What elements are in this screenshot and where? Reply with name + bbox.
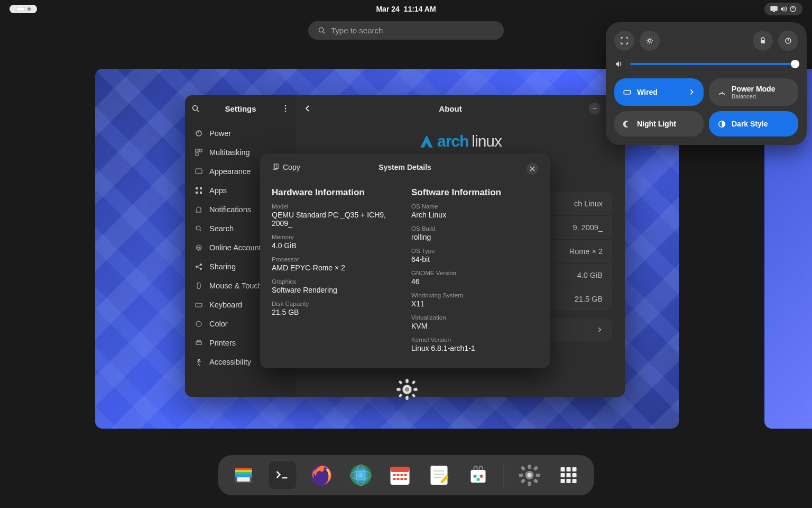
screen-icon bbox=[770, 5, 778, 13]
about-title: About bbox=[318, 104, 583, 113]
tile-label: Power Mode bbox=[732, 85, 775, 93]
power-mode-toggle[interactable]: Power ModeBalanced bbox=[709, 78, 798, 106]
dark-style-toggle[interactable]: Dark Style bbox=[709, 111, 798, 137]
system-details-dialog: Copy System Details Hardware Information… bbox=[260, 153, 550, 368]
arch-text-2: linux bbox=[472, 132, 502, 150]
svg-rect-75 bbox=[528, 465, 531, 469]
sidebar-item-label: Color bbox=[209, 320, 228, 328]
quick-settings-panel: Wired Power ModeBalanced Night Light Dar… bbox=[606, 22, 807, 145]
settings-title: Settings bbox=[225, 104, 256, 113]
show-apps-button[interactable] bbox=[555, 461, 583, 489]
sidebar-item-label: Multitasking bbox=[209, 148, 250, 157]
settings-app[interactable] bbox=[516, 461, 543, 489]
firefox-icon bbox=[310, 463, 334, 487]
svg-rect-95 bbox=[405, 396, 409, 400]
workspace-pill-icon bbox=[16, 7, 25, 11]
kv-virt: VirtualizationKVM bbox=[411, 314, 538, 330]
kv-osname: OS NameArch Linux bbox=[411, 203, 538, 219]
workspace-dot-icon bbox=[27, 7, 31, 11]
contrast-icon bbox=[717, 120, 726, 129]
software-app[interactable] bbox=[465, 461, 492, 489]
svg-rect-82 bbox=[521, 478, 526, 484]
text-editor-app[interactable] bbox=[426, 461, 453, 489]
settings-button[interactable] bbox=[640, 31, 660, 51]
speedometer-icon bbox=[717, 88, 726, 97]
svg-rect-84 bbox=[561, 467, 565, 471]
svg-point-102 bbox=[405, 387, 409, 392]
dialog-title: System Details bbox=[379, 163, 431, 171]
svg-rect-101 bbox=[398, 393, 402, 397]
sidebar-item-label: Search bbox=[209, 224, 234, 233]
files-app[interactable] bbox=[230, 461, 257, 489]
kv-value: Arch Linux bbox=[411, 211, 538, 219]
kv-window: Windowing SystemX11 bbox=[411, 292, 538, 308]
clock-button[interactable]: Mar 24 11:14 AM bbox=[376, 5, 436, 13]
sidebar-item-label: Apps bbox=[209, 186, 227, 195]
kv-label: Virtualization bbox=[411, 314, 538, 321]
svg-line-22 bbox=[200, 230, 201, 231]
wired-toggle[interactable]: Wired bbox=[614, 78, 704, 106]
menu-icon[interactable] bbox=[281, 104, 290, 113]
kv-label: Graphics bbox=[272, 278, 399, 285]
terminal-icon bbox=[274, 466, 292, 484]
search-icon bbox=[318, 26, 326, 34]
svg-rect-31 bbox=[196, 303, 202, 307]
back-icon[interactable] bbox=[303, 104, 312, 113]
globe-icon bbox=[349, 463, 373, 487]
close-button[interactable] bbox=[527, 163, 538, 175]
gear-icon bbox=[645, 37, 654, 45]
terminal-app[interactable] bbox=[269, 461, 297, 489]
svg-rect-33 bbox=[196, 342, 201, 344]
search-placeholder: Type to search bbox=[331, 26, 383, 35]
search-input[interactable]: Type to search bbox=[308, 21, 504, 40]
svg-rect-15 bbox=[196, 153, 198, 156]
sidebar-item-power[interactable]: Power bbox=[185, 124, 296, 143]
calendar-app[interactable] bbox=[386, 461, 414, 489]
svg-line-43 bbox=[722, 92, 723, 94]
power-button[interactable] bbox=[778, 31, 798, 51]
screenshot-button[interactable] bbox=[614, 31, 634, 51]
night-light-toggle[interactable]: Night Light bbox=[614, 111, 704, 137]
sidebar-item-label: Mouse & Touch bbox=[209, 282, 262, 290]
svg-rect-98 bbox=[398, 380, 402, 384]
web-browser-app[interactable] bbox=[347, 461, 375, 489]
volume-slider[interactable] bbox=[630, 63, 798, 65]
hardware-heading: Hardware Information bbox=[272, 187, 399, 198]
svg-line-5 bbox=[323, 32, 325, 33]
svg-rect-57 bbox=[391, 467, 410, 472]
svg-rect-94 bbox=[405, 379, 409, 383]
svg-text:@: @ bbox=[197, 246, 201, 250]
tile-label: Night Light bbox=[637, 120, 676, 128]
svg-rect-100 bbox=[411, 380, 416, 384]
kv-graphics: GraphicsSoftware Rendering bbox=[272, 278, 399, 294]
date-label: Mar 24 bbox=[376, 5, 399, 13]
copy-button[interactable]: Copy bbox=[272, 163, 300, 171]
row-value: 21.5 GB bbox=[575, 295, 603, 303]
activities-button[interactable] bbox=[10, 5, 37, 13]
sidebar-item-label: Notifications bbox=[209, 205, 251, 214]
svg-rect-42 bbox=[624, 90, 631, 94]
tile-label: Dark Style bbox=[732, 120, 768, 128]
search-icon[interactable] bbox=[191, 104, 200, 113]
sidebar-header: Settings bbox=[185, 95, 296, 122]
svg-point-72 bbox=[480, 475, 483, 478]
svg-point-73 bbox=[477, 478, 480, 481]
hardware-column: Hardware Information ModelQEMU Standard … bbox=[272, 187, 399, 359]
lock-button[interactable] bbox=[753, 31, 773, 51]
svg-rect-78 bbox=[536, 474, 540, 477]
svg-point-6 bbox=[193, 106, 198, 111]
kv-label: Processor bbox=[272, 256, 399, 262]
minimize-button[interactable]: – bbox=[589, 103, 601, 114]
kv-label: Disk Capacity bbox=[272, 301, 399, 307]
svg-line-29 bbox=[198, 267, 200, 268]
svg-rect-34 bbox=[197, 340, 200, 342]
kv-value: 64-bit bbox=[411, 255, 538, 264]
kv-osbuild: OS Buildrolling bbox=[411, 225, 538, 241]
gear-cursor-icon bbox=[395, 378, 419, 401]
kv-disk: Disk Capacity21.5 GB bbox=[272, 301, 399, 316]
kv-label: Memory bbox=[272, 234, 399, 240]
system-tray[interactable] bbox=[764, 3, 802, 15]
svg-rect-89 bbox=[573, 473, 577, 477]
firefox-app[interactable] bbox=[308, 461, 336, 489]
svg-rect-60 bbox=[401, 474, 403, 476]
